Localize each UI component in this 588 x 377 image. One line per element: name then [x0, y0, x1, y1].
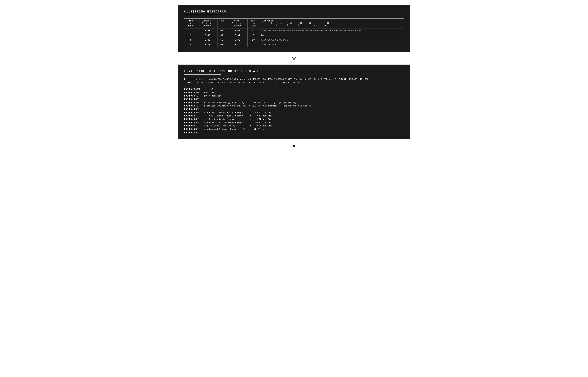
cell-rank: 4 — [184, 42, 196, 47]
cell-mean: -8.29 — [226, 42, 248, 47]
histogram-label: Histogram — [261, 20, 402, 22]
panel-a: CLUSTERING HISTOGRAM Clus-terRank Lowest… — [178, 5, 410, 52]
cell-rank: 3 — [184, 38, 196, 42]
cell-lowest: -8.42 — [196, 38, 218, 42]
cell-lowest: -8.30 — [196, 42, 218, 47]
header-run: Run — [218, 18, 226, 28]
cell-rank: 1 — [184, 28, 196, 33]
table-row: 3 -8.42 59 -8.36 19 #################### — [184, 38, 404, 42]
header-num: NuminClus — [248, 18, 259, 28]
cell-num: 19 — [248, 38, 259, 42]
histogram-scale: 5 10 15 20 25 30 35 : | : | : | : | : | … — [261, 22, 402, 26]
cell-run: 59 — [218, 38, 226, 42]
cell-mean: -8.67 — [226, 28, 248, 33]
caption-a: (A) — [291, 57, 297, 60]
panel-a-underline — [184, 15, 221, 15]
cell-run: 37 — [218, 33, 226, 38]
cell-mean: -8.36 — [226, 38, 248, 42]
cell-lowest: -8.45 — [196, 33, 218, 38]
header-mean: MeanBindingEnergy — [226, 18, 248, 28]
header-lowest: LowestBindingEnergy — [196, 18, 218, 28]
cell-lowest: -8.93 — [196, 28, 218, 33]
panel-b-underline — [184, 74, 221, 74]
cell-hist: #################### — [259, 38, 404, 42]
caption-b: (B) — [291, 144, 297, 148]
panel-b: FINAL GENETIC ALGORITHM DOCKED STATE Det… — [178, 65, 410, 139]
table-row: 2 -8.45 37 -8.31 2 ## — [184, 33, 404, 38]
panel-b-title: FINAL GENETIC ALGORITHM DOCKED STATE — [184, 70, 404, 73]
docked-content: Detailed state: trans 24.234 9.646 32.45… — [184, 78, 404, 134]
cell-run: 97 — [218, 28, 226, 33]
cell-num: 11 — [248, 42, 259, 47]
cell-num: 2 — [248, 33, 259, 38]
cell-hist: ## — [259, 33, 404, 38]
cell-num: 68 — [248, 28, 259, 33]
table-header-row: Clus-terRank LowestBindingEnergy Run Mea… — [184, 18, 404, 28]
header-rank: Clus-terRank — [184, 18, 196, 28]
cell-hist: ########################################… — [259, 28, 404, 33]
clustering-table: Clus-terRank LowestBindingEnergy Run Mea… — [184, 18, 404, 47]
cell-hist: ########### — [259, 42, 404, 47]
panel-a-title: CLUSTERING HISTOGRAM — [184, 10, 404, 13]
header-histogram: Histogram 5 10 15 20 25 30 35 : | : | : … — [259, 18, 404, 28]
cell-rank: 2 — [184, 33, 196, 38]
cell-mean: -8.31 — [226, 33, 248, 38]
table-row: 4 -8.30 68 -8.29 11 ########### — [184, 42, 404, 47]
cell-run: 68 — [218, 42, 226, 47]
table-row: 1 -8.93 97 -8.67 68 ####################… — [184, 28, 404, 33]
